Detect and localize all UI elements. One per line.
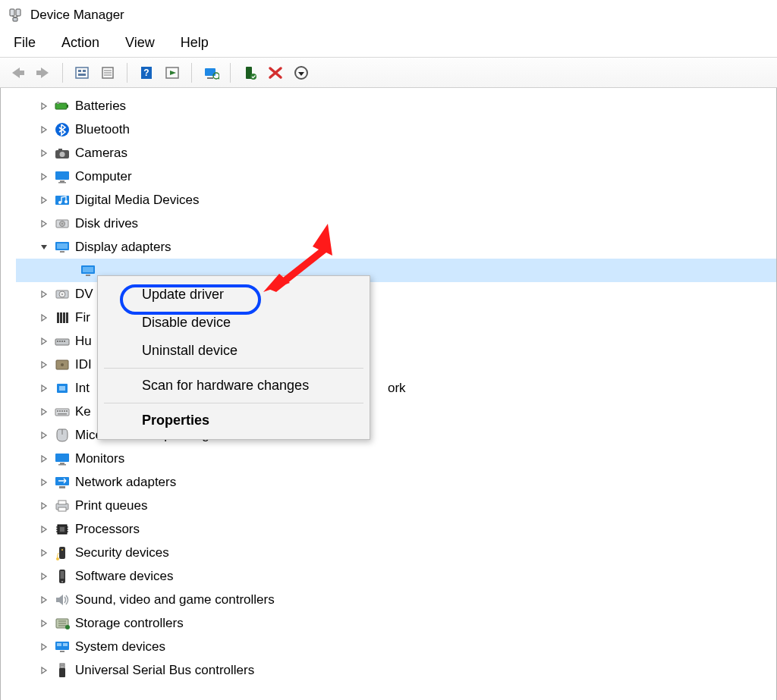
update-driver-button[interactable] bbox=[290, 61, 313, 84]
context-properties[interactable]: Properties bbox=[98, 407, 370, 435]
uninstall-device-button[interactable] bbox=[264, 61, 287, 84]
chevron-right-icon[interactable] bbox=[39, 618, 49, 629]
display-icon bbox=[80, 262, 96, 279]
chevron-right-icon[interactable] bbox=[39, 101, 49, 111]
chevron-right-icon[interactable] bbox=[39, 548, 49, 558]
svg-rect-26 bbox=[67, 105, 68, 108]
chevron-down-icon[interactable] bbox=[39, 242, 49, 253]
chevron-right-icon[interactable] bbox=[39, 359, 49, 370]
svg-rect-8 bbox=[78, 74, 86, 76]
svg-rect-69 bbox=[66, 410, 68, 412]
menu-help[interactable]: Help bbox=[178, 33, 212, 52]
tree-item-system-devices[interactable]: System devices bbox=[16, 635, 776, 658]
svg-rect-66 bbox=[59, 410, 61, 412]
obscured-label-tail: ork bbox=[388, 381, 406, 396]
menu-action[interactable]: Action bbox=[58, 33, 102, 52]
tree-item-print-queues[interactable]: Print queues bbox=[16, 494, 776, 517]
bluetooth-icon bbox=[54, 121, 71, 138]
svg-rect-6 bbox=[78, 70, 81, 72]
context-scan-hardware[interactable]: Scan for hardware changes bbox=[98, 372, 370, 400]
hid-icon bbox=[54, 333, 71, 350]
enable-device-button[interactable] bbox=[238, 61, 261, 84]
svg-rect-65 bbox=[57, 410, 58, 412]
tree-item-label: Computer bbox=[75, 169, 132, 184]
tree-item-label: Network adapters bbox=[75, 475, 176, 490]
tree-item-label: Sound, video and game controllers bbox=[75, 592, 275, 607]
tree-item-cameras[interactable]: Cameras bbox=[16, 141, 776, 165]
show-hidden-button[interactable] bbox=[71, 61, 93, 84]
spacer bbox=[64, 265, 75, 276]
usb-icon bbox=[54, 662, 71, 679]
window-title: Device Manager bbox=[30, 8, 124, 23]
svg-rect-1 bbox=[16, 9, 20, 16]
system-icon bbox=[54, 639, 71, 655]
chevron-right-icon[interactable] bbox=[39, 454, 49, 464]
tree-item-label: System devices bbox=[75, 639, 165, 654]
chevron-right-icon[interactable] bbox=[39, 501, 49, 511]
properties-sheet-button[interactable] bbox=[96, 61, 119, 84]
chevron-right-icon[interactable] bbox=[39, 595, 49, 605]
scan-hardware-button[interactable] bbox=[200, 61, 222, 84]
toolbar-separator bbox=[127, 63, 127, 83]
tree-item-display-adapters[interactable]: Display adapters bbox=[16, 235, 776, 259]
help-button[interactable]: ? bbox=[135, 61, 158, 84]
chevron-right-icon[interactable] bbox=[39, 430, 49, 441]
chevron-right-icon[interactable] bbox=[39, 383, 49, 394]
chevron-right-icon[interactable] bbox=[39, 195, 49, 206]
tree-item-network[interactable]: Network adapters bbox=[16, 470, 776, 494]
chevron-right-icon[interactable] bbox=[39, 171, 49, 182]
chevron-right-icon[interactable] bbox=[39, 407, 49, 417]
chevron-right-icon[interactable] bbox=[39, 477, 49, 488]
chevron-right-icon[interactable] bbox=[39, 312, 49, 323]
tree-item-processors[interactable]: Processors bbox=[16, 517, 776, 541]
forward-button[interactable] bbox=[32, 61, 55, 84]
chevron-right-icon[interactable] bbox=[39, 124, 49, 135]
chevron-right-icon[interactable] bbox=[39, 148, 49, 159]
tree-item-digital-media[interactable]: Digital Media Devices bbox=[16, 188, 776, 212]
menu-file[interactable]: File bbox=[11, 33, 39, 52]
svg-rect-5 bbox=[76, 67, 88, 78]
context-update-driver[interactable]: Update driver bbox=[98, 281, 370, 309]
chevron-right-icon[interactable] bbox=[39, 336, 49, 347]
context-uninstall-device[interactable]: Uninstall device bbox=[98, 337, 370, 365]
svg-rect-67 bbox=[61, 410, 63, 412]
svg-rect-43 bbox=[60, 251, 64, 253]
tree-item-software-devices[interactable]: Software devices bbox=[16, 564, 776, 588]
tree-item-usb[interactable]: Universal Serial Bus controllers bbox=[16, 658, 776, 682]
tree-item-bluetooth[interactable]: Bluetooth bbox=[16, 118, 776, 141]
tree-item-sound[interactable]: Sound, video and game controllers bbox=[16, 588, 776, 611]
chevron-right-icon[interactable] bbox=[39, 665, 49, 676]
svg-rect-18 bbox=[207, 77, 213, 79]
tree-item-label: Fir bbox=[75, 310, 90, 325]
context-disable-device[interactable]: Disable device bbox=[98, 309, 370, 337]
tree-item-computer[interactable]: Computer bbox=[16, 165, 776, 188]
action-options-button[interactable] bbox=[161, 61, 184, 84]
svg-rect-51 bbox=[60, 312, 62, 323]
chevron-right-icon[interactable] bbox=[39, 642, 49, 652]
svg-point-89 bbox=[56, 557, 59, 560]
tree-item-label: Print queues bbox=[75, 498, 147, 513]
chevron-right-icon[interactable] bbox=[39, 218, 49, 229]
svg-rect-57 bbox=[61, 341, 63, 342]
tree-item-label: Display adapters bbox=[75, 240, 171, 255]
svg-rect-52 bbox=[63, 312, 65, 323]
monitor-icon bbox=[54, 168, 71, 185]
tree-item-monitors[interactable]: Monitors bbox=[16, 447, 776, 470]
chevron-right-icon[interactable] bbox=[39, 289, 49, 300]
tree-item-label: Monitors bbox=[75, 451, 124, 466]
tree-item-batteries[interactable]: Batteries bbox=[16, 94, 776, 118]
svg-rect-75 bbox=[59, 486, 65, 488]
svg-rect-73 bbox=[58, 464, 66, 466]
tree-item-disk-drives[interactable]: Disk drives bbox=[16, 212, 776, 235]
svg-rect-63 bbox=[55, 409, 69, 416]
back-button[interactable] bbox=[6, 61, 29, 84]
svg-rect-99 bbox=[60, 664, 64, 668]
svg-rect-50 bbox=[57, 312, 59, 323]
chevron-right-icon[interactable] bbox=[39, 524, 49, 535]
chevron-right-icon[interactable] bbox=[39, 571, 49, 582]
dvd-icon bbox=[54, 286, 71, 303]
menu-view[interactable]: View bbox=[122, 33, 158, 52]
svg-rect-78 bbox=[58, 507, 66, 511]
tree-item-security-devices[interactable]: Security devices bbox=[16, 541, 776, 564]
tree-item-storage-controllers[interactable]: Storage controllers bbox=[16, 611, 776, 635]
